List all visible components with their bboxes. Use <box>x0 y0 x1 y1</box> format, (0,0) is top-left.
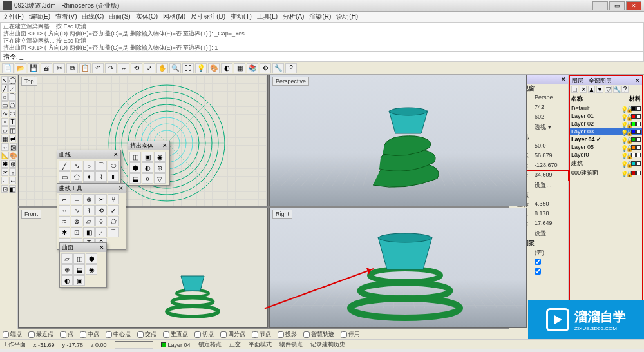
tool-icon[interactable]: ○ <box>83 161 95 171</box>
trim-icon[interactable]: ✂ <box>1 168 8 176</box>
tool-icon[interactable]: ⬢ <box>86 253 97 264</box>
layer-material-icon[interactable] <box>636 171 641 175</box>
tool-icon[interactable]: ⌒ <box>95 161 107 171</box>
layer-material-icon[interactable] <box>636 161 641 166</box>
render2-icon[interactable]: 🎨 <box>10 152 17 159</box>
scale-icon[interactable]: ⤢ <box>144 63 155 73</box>
bulb-icon[interactable]: 💡 <box>621 153 625 157</box>
lock-icon[interactable]: 🔓 <box>626 114 630 119</box>
layer-material-icon[interactable] <box>636 114 641 119</box>
bulb-icon[interactable]: 💡 <box>621 161 625 166</box>
tool-icon[interactable]: ◊ <box>142 173 153 184</box>
tool-icon[interactable]: ⌇ <box>83 205 95 215</box>
tool-icon[interactable]: ✱ <box>59 227 70 237</box>
layer-help-icon[interactable]: ? <box>621 86 629 93</box>
options-icon[interactable]: 🔧 <box>272 63 284 73</box>
copy-icon[interactable]: ⧉ <box>66 63 78 73</box>
tool-icon[interactable]: ◫ <box>129 152 141 162</box>
layer-new-icon[interactable]: □ <box>571 86 578 93</box>
col-name[interactable]: 名称 <box>571 95 583 103</box>
tool-icon[interactable]: ↔ <box>59 205 70 215</box>
layer-down-icon[interactable]: ▼ <box>596 86 603 93</box>
layer-color-icon[interactable] <box>631 106 636 111</box>
tool-icon[interactable]: ⬭ <box>108 161 119 171</box>
osnap-4[interactable]: 中心点 <box>106 330 131 338</box>
viewport-front[interactable]: Front <box>18 208 268 328</box>
layer-row[interactable]: Layer 05💡🔓 <box>570 143 642 151</box>
osnap-checkbox[interactable] <box>137 331 144 338</box>
block-icon[interactable]: ◧ <box>9 185 16 193</box>
pointer-icon[interactable]: ↖ <box>1 76 8 84</box>
menu-file[interactable]: 文件(F) <box>3 12 24 21</box>
bulb-icon[interactable]: 💡 <box>621 145 625 150</box>
tool-icon[interactable]: ⤢ <box>108 205 119 215</box>
status-layer[interactable]: Layer 04 <box>168 342 191 348</box>
osnap-8[interactable]: 四分点 <box>220 330 245 338</box>
light-icon[interactable]: 💡 <box>195 63 207 73</box>
viewport-label-top[interactable]: Top <box>21 77 37 86</box>
tool-icon[interactable]: ≈ <box>59 216 70 226</box>
fillet-icon[interactable]: ⌐ <box>1 177 8 184</box>
bulb-icon[interactable]: 💡 <box>621 114 625 119</box>
layer-color-icon[interactable] <box>631 145 636 150</box>
menu-mesh[interactable]: 网格(M) <box>163 12 185 21</box>
zoom-extents-icon[interactable]: ⛶ <box>182 63 194 73</box>
status-gridsnap[interactable]: 锁定格点 <box>198 340 222 349</box>
chamfer-icon[interactable]: ⌙ <box>9 177 16 184</box>
help-icon[interactable]: ? <box>285 63 297 73</box>
tool-icon[interactable]: ◧ <box>83 227 95 237</box>
minimize-button[interactable]: — <box>592 1 608 10</box>
menu-curve[interactable]: 曲线(C) <box>82 12 104 21</box>
osnap-1[interactable]: 最近点 <box>28 330 53 338</box>
osnap-12[interactable]: 停用 <box>341 330 360 338</box>
viewport-label-right[interactable]: Right <box>272 210 292 219</box>
tool-icon[interactable]: ▽ <box>154 173 166 184</box>
properties-icon[interactable]: ⚙ <box>260 63 271 73</box>
point-icon[interactable]: • <box>1 118 8 126</box>
layer-row[interactable]: Layer 01💡🔓 <box>570 112 642 120</box>
layer-material-icon[interactable] <box>636 106 641 111</box>
close-button[interactable]: ✕ <box>626 1 641 10</box>
col-material[interactable]: 材料 <box>629 95 641 103</box>
tool-icon[interactable]: ⬢ <box>129 162 141 173</box>
osnap-6[interactable]: 垂直点 <box>163 330 188 338</box>
redo-icon[interactable]: ↷ <box>105 63 117 73</box>
osnap-checkbox[interactable] <box>60 331 66 338</box>
tool-icon[interactable]: ∿ <box>71 205 82 215</box>
layer-delete-icon[interactable]: ✕ <box>580 86 587 93</box>
undo-icon[interactable]: ↶ <box>92 63 104 73</box>
curve-icon[interactable]: ∿ <box>1 110 8 117</box>
hatch-icon[interactable]: ▨ <box>10 143 17 151</box>
lock-icon[interactable]: 🔓 <box>626 145 630 150</box>
tool-icon[interactable]: ✦ <box>83 171 95 182</box>
menu-analyze[interactable]: 分析(A) <box>283 12 304 21</box>
line-icon[interactable]: ╱ <box>1 84 8 92</box>
shade-icon[interactable]: ◐ <box>221 63 232 73</box>
menu-dimension[interactable]: 尺寸标注(D) <box>191 12 225 21</box>
new-icon[interactable]: 📄 <box>2 63 14 73</box>
layer-up-icon[interactable]: ▲ <box>588 86 595 93</box>
osnap-checkbox[interactable] <box>28 331 35 338</box>
tool-icon[interactable]: ⬓ <box>73 264 85 275</box>
menu-tools[interactable]: 工具(L) <box>257 12 278 21</box>
tool-icon[interactable]: ⟋ <box>95 227 107 237</box>
text-icon[interactable]: T <box>9 118 16 126</box>
osnap-checkbox[interactable] <box>341 331 347 338</box>
tool-icon[interactable]: ▣ <box>142 152 153 162</box>
osnap-0[interactable]: 端点 <box>3 330 22 338</box>
close-icon[interactable]: ✕ <box>99 244 104 251</box>
osnap-checkbox[interactable] <box>278 331 284 338</box>
lock-icon[interactable]: 🔓 <box>626 122 630 126</box>
layer-row[interactable]: 建筑💡🔓 <box>570 159 642 168</box>
tool-icon[interactable]: ◉ <box>154 152 166 162</box>
split-icon[interactable]: ⑂ <box>9 168 16 176</box>
osnap-checkbox[interactable] <box>106 331 112 338</box>
show-checkbox[interactable] <box>535 259 541 265</box>
layer-color-icon[interactable] <box>631 153 636 157</box>
tool-icon[interactable]: ◐ <box>142 162 153 173</box>
close-icon[interactable]: ✕ <box>162 142 167 149</box>
layer-row[interactable]: Layer 03💡🔓 <box>570 128 642 135</box>
status-cplane[interactable]: 工作平面 <box>3 340 26 349</box>
menu-help[interactable]: 说明(H) <box>336 12 358 21</box>
layer-tools-icon[interactable]: 🔧 <box>613 86 620 93</box>
